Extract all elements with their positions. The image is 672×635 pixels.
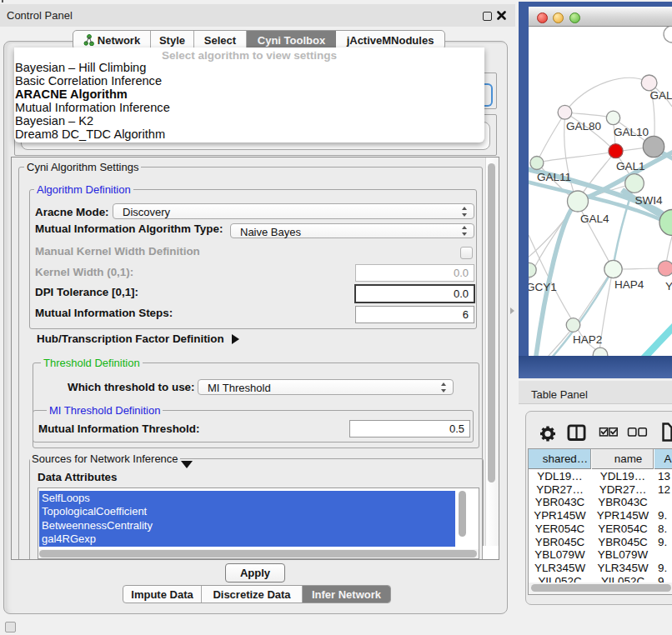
svg-text:HAP2: HAP2 [573,333,602,346]
svg-text:GAL1: GAL1 [616,160,645,172]
svg-text:GAL11: GAL11 [537,171,571,183]
svg-text:Y: Y [665,280,672,292]
svg-text:GCY1: GCY1 [529,281,557,293]
svg-text:GAL4: GAL4 [580,212,609,225]
svg-text:HAP4: HAP4 [614,278,644,291]
svg-text:GAL2: GAL2 [650,89,672,102]
svg-text:SWI4: SWI4 [635,194,663,207]
svg-text:GAL10: GAL10 [614,126,649,138]
svg-text:GAL80: GAL80 [566,120,601,132]
